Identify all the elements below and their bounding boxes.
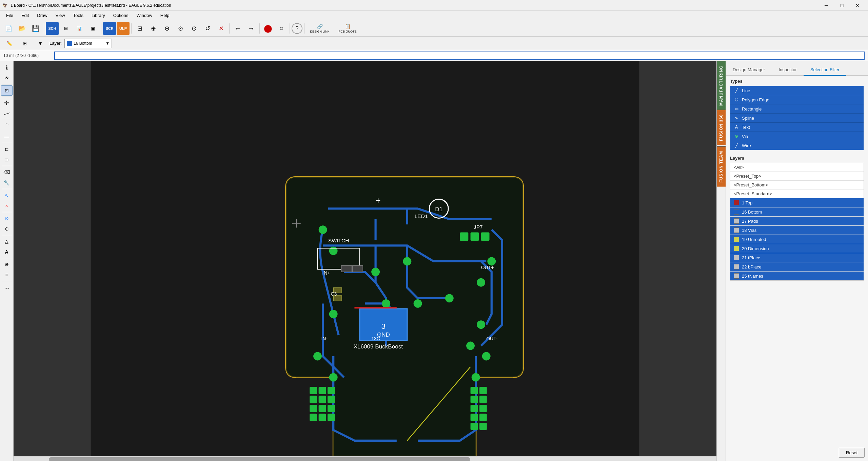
- drc-button[interactable]: 📊: [73, 22, 86, 35]
- toolbar-sep-5: [259, 23, 260, 34]
- text-type-icon: A: [734, 124, 739, 130]
- menu-tools[interactable]: Tools: [70, 12, 87, 19]
- menu-bar: File Edit Draw View Tools Library Option…: [0, 11, 868, 20]
- net-button-side[interactable]: ⊕: [1, 259, 13, 269]
- zoom-out-button[interactable]: ⊖: [160, 22, 173, 35]
- layer-22-bplace[interactable]: 22 bPlace: [730, 262, 864, 272]
- via-icon: ⊙: [734, 134, 739, 139]
- zoom-fit-button[interactable]: ⊟: [133, 22, 146, 35]
- layer-preset-bottom[interactable]: <Preset_Bottom>: [730, 181, 864, 189]
- stop-button[interactable]: ✕: [215, 22, 228, 35]
- line-button[interactable]: —: [1, 132, 13, 142]
- layer-selector[interactable]: 16 Bottom ▼: [64, 39, 112, 48]
- horizontal-scrollbar[interactable]: [14, 456, 716, 461]
- layer-1-top[interactable]: 1 Top: [730, 198, 864, 207]
- redraw-button[interactable]: ↺: [201, 22, 214, 35]
- redo-button[interactable]: →: [245, 22, 258, 35]
- more-tools-button[interactable]: ⌄⌄: [1, 282, 13, 293]
- menu-edit[interactable]: Edit: [18, 12, 32, 19]
- open-button[interactable]: 📂: [16, 22, 28, 35]
- filter-button[interactable]: ▼: [34, 37, 47, 50]
- manufacturing-tab[interactable]: MANUFACTURING: [717, 61, 726, 110]
- svg-text:SWITCH: SWITCH: [328, 238, 349, 243]
- menu-options[interactable]: Options: [110, 12, 132, 19]
- title-text: 1 Board - C:\Users\hp\Documents\EAGLE\pr…: [11, 3, 171, 8]
- tab-design-manager[interactable]: Design Manager: [726, 64, 772, 76]
- wire-button[interactable]: ∿: [1, 190, 13, 200]
- script-button[interactable]: SCR: [103, 22, 116, 35]
- delete-button[interactable]: ⌫: [1, 167, 13, 177]
- fusion-team-tab[interactable]: FUSION TEAM: [717, 146, 726, 187]
- new-button[interactable]: 📄: [2, 22, 15, 35]
- design-link-button[interactable]: 🔗 DESIGN LINK: [306, 22, 333, 35]
- menu-window[interactable]: Window: [133, 12, 156, 19]
- menu-view[interactable]: View: [52, 12, 68, 19]
- layer-20-dimension[interactable]: 20 Dimension: [730, 244, 864, 253]
- route-button[interactable]: ×: [1, 201, 13, 211]
- tab-selection-filter[interactable]: Selection Filter: [804, 64, 846, 76]
- svg-rect-35: [479, 396, 487, 403]
- save-button[interactable]: 💾: [29, 22, 42, 35]
- net-button[interactable]: ⊞: [59, 22, 72, 35]
- clear-errors-button[interactable]: ○: [275, 22, 288, 35]
- zoom-in-button[interactable]: ⊕: [147, 22, 160, 35]
- package-button[interactable]: ▣: [86, 22, 99, 35]
- scrollbar-thumb[interactable]: [49, 457, 471, 461]
- text-button[interactable]: A: [1, 247, 13, 257]
- schematic-button[interactable]: SCH: [46, 22, 59, 35]
- layer-preset-standard[interactable]: <Preset_Standard>: [730, 189, 864, 198]
- menu-help[interactable]: Help: [157, 12, 173, 19]
- menu-file[interactable]: File: [3, 12, 17, 19]
- arc-button[interactable]: ⌒: [1, 121, 13, 131]
- layer-18-vias[interactable]: 18 Vias: [730, 226, 864, 235]
- pcb-quote-button[interactable]: 📋 PCB QUOTE: [334, 22, 361, 35]
- pad-button[interactable]: ⊙: [1, 224, 13, 234]
- select-button[interactable]: ⊡: [1, 85, 13, 96]
- reset-button[interactable]: Reset: [839, 448, 865, 458]
- minimize-button[interactable]: ─: [818, 0, 834, 11]
- help-button[interactable]: ?: [292, 23, 302, 34]
- maximize-button[interactable]: □: [834, 0, 850, 11]
- type-spline[interactable]: ∿ Spline: [730, 114, 864, 123]
- type-text[interactable]: A Text: [730, 123, 864, 132]
- menu-draw[interactable]: Draw: [34, 12, 51, 19]
- layer-17-pads[interactable]: 17 Pads: [730, 217, 864, 226]
- type-polygon-edge[interactable]: ⬡ Polygon Edge: [730, 95, 864, 104]
- tab-inspector[interactable]: Inspector: [772, 64, 803, 76]
- measure-button[interactable]: ╱: [0, 106, 14, 121]
- undo-button[interactable]: ←: [231, 22, 244, 35]
- svg-rect-48: [352, 265, 363, 272]
- paste-button[interactable]: ⊐: [1, 155, 13, 165]
- via-button[interactable]: ⊙: [1, 213, 13, 223]
- type-via[interactable]: ⊙ Via: [730, 132, 864, 141]
- layer-21-label: 21 tPlace: [742, 255, 760, 260]
- fusion360-tab[interactable]: FUSION 360: [717, 110, 726, 145]
- menu-library[interactable]: Library: [88, 12, 108, 19]
- properties-button[interactable]: 🔧: [1, 178, 13, 188]
- close-button[interactable]: ✕: [850, 0, 865, 11]
- layer-preset-top[interactable]: <Preset_Top>: [730, 172, 864, 181]
- svg-rect-17: [460, 232, 468, 241]
- bus-button[interactable]: ≡: [1, 270, 13, 280]
- zoom-reset-button[interactable]: ⊙: [188, 22, 200, 35]
- edit-layers-button[interactable]: ✏️: [3, 37, 16, 50]
- layer-25-tnames[interactable]: 25 tNames: [730, 272, 864, 280]
- layer-16-bottom[interactable]: 16 Bottom: [730, 207, 864, 217]
- command-input[interactable]: [54, 52, 865, 60]
- copy-button[interactable]: ⊏: [1, 144, 13, 154]
- ulp-button[interactable]: ULP: [117, 22, 130, 35]
- ratsnest-button[interactable]: 👁: [1, 73, 13, 83]
- rectangle-icon: ▭: [734, 106, 739, 112]
- polygon-button[interactable]: △: [1, 236, 13, 246]
- layer-21-tplace[interactable]: 21 tPlace: [730, 253, 864, 262]
- info-button[interactable]: ℹ: [1, 62, 13, 73]
- zoom-sel-button[interactable]: ⊘: [174, 22, 187, 35]
- type-line[interactable]: ╱ Line: [730, 86, 864, 95]
- pcb-canvas-container[interactable]: 3 GND SWITCH D1 + JP7 LED1 N+ O: [14, 61, 716, 461]
- errors-button[interactable]: ⬤: [261, 22, 274, 35]
- type-rectangle[interactable]: ▭ Rectangle: [730, 104, 864, 114]
- grid-button[interactable]: ⊞: [18, 37, 31, 50]
- layer-preset-all[interactable]: <All>: [730, 163, 864, 172]
- layer-19-unrouted[interactable]: 19 Unrouted: [730, 235, 864, 244]
- type-wire[interactable]: ╱ Wire: [730, 141, 864, 150]
